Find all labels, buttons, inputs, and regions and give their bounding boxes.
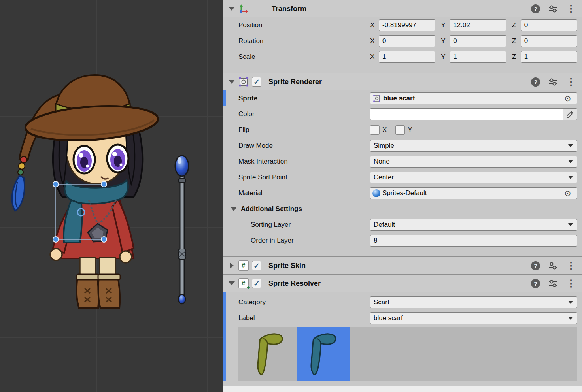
label-row: Label blue scarf: [223, 310, 582, 326]
additional-settings-row: Additional Settings: [223, 201, 582, 217]
flip-x-label: X: [382, 126, 387, 134]
scale-z-field[interactable]: [521, 51, 577, 63]
presets-icon[interactable]: [548, 261, 557, 270]
material-object-field[interactable]: Sprites-Default ⊙: [370, 187, 577, 199]
flip-y-checkbox[interactable]: [395, 125, 405, 135]
staff-sprite: [175, 156, 189, 304]
transform-header: Transform ? ⋮: [223, 0, 582, 17]
mask-interaction-label: Mask Interaction: [238, 158, 370, 166]
checkmark-icon: ✓: [253, 280, 260, 287]
order-in-layer-field[interactable]: [370, 235, 577, 247]
mask-interaction-value: None: [374, 158, 390, 166]
eyedropper-icon[interactable]: [563, 109, 577, 120]
presets-icon[interactable]: [548, 77, 557, 87]
kebab-menu-icon[interactable]: ⋮: [565, 279, 576, 288]
sprite-resolver-enabled-checkbox[interactable]: ✓: [252, 279, 261, 288]
position-label: Position: [238, 21, 370, 29]
draw-mode-dropdown[interactable]: Simple: [370, 140, 577, 152]
position-z-field[interactable]: [521, 19, 577, 31]
sprite-object-field[interactable]: blue scarf ⊙: [370, 92, 577, 104]
sprite-sort-point-row: Sprite Sort Point Center: [223, 170, 582, 185]
help-icon[interactable]: ?: [531, 279, 540, 288]
sprite-sort-point-dropdown[interactable]: Center: [370, 172, 577, 183]
draw-mode-value: Simple: [374, 142, 394, 150]
kebab-menu-icon[interactable]: ⋮: [565, 261, 576, 270]
rotation-label: Rotation: [238, 37, 370, 45]
color-field[interactable]: [370, 108, 577, 120]
foldout-arrow-icon[interactable]: [229, 80, 235, 84]
presets-icon[interactable]: [548, 279, 557, 288]
sprite-resolver-body: Category Scarf Label blue scarf: [223, 292, 582, 381]
scene-view[interactable]: [0, 0, 223, 392]
category-value: Scarf: [374, 298, 389, 306]
color-swatch[interactable]: [370, 109, 563, 120]
order-in-layer-label: Order in Layer: [238, 237, 370, 245]
checkmark-icon: ✓: [253, 78, 260, 86]
sprite-skin-enabled-checkbox[interactable]: ✓: [252, 261, 261, 270]
foldout-arrow-icon[interactable]: [231, 207, 236, 211]
sprite-renderer-header: ✓ Sprite Renderer ? ⋮: [223, 73, 582, 90]
help-icon[interactable]: ?: [531, 4, 540, 13]
object-picker-icon[interactable]: ⊙: [562, 93, 574, 104]
sprite-renderer-enabled-checkbox[interactable]: ✓: [252, 77, 261, 87]
draw-mode-row: Draw Mode Simple: [223, 138, 582, 154]
scale-x-field[interactable]: [379, 51, 435, 63]
sprite-renderer-title: Sprite Renderer: [268, 78, 322, 86]
flip-row: Flip X Y: [223, 122, 582, 138]
scale-y-field[interactable]: [450, 51, 506, 63]
chevron-down-icon: [568, 160, 573, 163]
flip-label: Flip: [238, 126, 370, 134]
unity-editor-window: Transform ? ⋮ Position X Y Z Rotation: [0, 0, 582, 392]
axis-x-label: X: [370, 53, 376, 61]
rotation-row: Rotation X Y Z: [223, 33, 582, 49]
sprite-sort-point-label: Sprite Sort Point: [238, 173, 370, 181]
help-icon[interactable]: ?: [531, 261, 540, 270]
rotation-x-field[interactable]: [379, 35, 435, 47]
transform-icon: [238, 4, 249, 14]
flip-y-label: Y: [408, 126, 412, 134]
kebab-menu-icon[interactable]: ⋮: [565, 77, 576, 87]
category-dropdown[interactable]: Scarf: [370, 296, 577, 308]
foldout-arrow-icon[interactable]: [230, 262, 234, 269]
kebab-menu-icon[interactable]: ⋮: [565, 4, 576, 13]
script-icon: #: [238, 260, 249, 271]
scale-label: Scale: [238, 53, 370, 61]
material-value: Sprites-Default: [382, 189, 427, 197]
category-label: Category: [238, 298, 370, 306]
transform-title: Transform: [272, 5, 306, 13]
flip-x-checkbox[interactable]: [370, 125, 380, 135]
mask-interaction-row: Mask Interaction None: [223, 154, 582, 170]
label-label: Label: [238, 314, 370, 322]
script-icon: #+: [238, 278, 249, 289]
foldout-arrow-icon[interactable]: [229, 281, 235, 285]
label-value: blue scarf: [374, 314, 403, 322]
rotation-y-field[interactable]: [450, 35, 506, 47]
sprite-icon: [372, 94, 381, 103]
sorting-layer-value: Default: [374, 221, 395, 229]
additional-settings-label: Additional Settings: [241, 205, 302, 213]
position-x-field[interactable]: [379, 19, 435, 31]
order-in-layer-row: Order in Layer: [223, 233, 582, 249]
position-y-field[interactable]: [450, 19, 506, 31]
presets-icon[interactable]: [548, 4, 557, 13]
object-picker-icon[interactable]: ⊙: [562, 188, 574, 199]
axis-y-label: Y: [441, 21, 447, 29]
sprite-thumbnail-green-scarf[interactable]: [244, 327, 296, 381]
sorting-layer-dropdown[interactable]: Default: [370, 219, 577, 231]
rotation-z-field[interactable]: [521, 35, 577, 47]
help-icon[interactable]: ?: [531, 77, 540, 87]
sprite-thumbnail-blue-scarf[interactable]: [297, 327, 350, 381]
chevron-down-icon: [568, 176, 573, 179]
foldout-arrow-icon[interactable]: [229, 7, 235, 11]
axis-x-label: X: [370, 21, 376, 29]
axis-y-label: Y: [441, 37, 447, 45]
transform-body: Position X Y Z Rotation X Y Z Scale X: [223, 17, 582, 65]
label-dropdown[interactable]: blue scarf: [370, 312, 577, 324]
chevron-down-icon: [568, 223, 573, 226]
checkmark-icon: ✓: [253, 262, 260, 270]
axis-z-label: Z: [512, 21, 518, 29]
axis-x-label: X: [370, 37, 376, 45]
axis-z-label: Z: [512, 53, 518, 61]
sprite-renderer-body: Sprite blue scarf ⊙ Color: [223, 90, 582, 249]
mask-interaction-dropdown[interactable]: None: [370, 156, 577, 168]
